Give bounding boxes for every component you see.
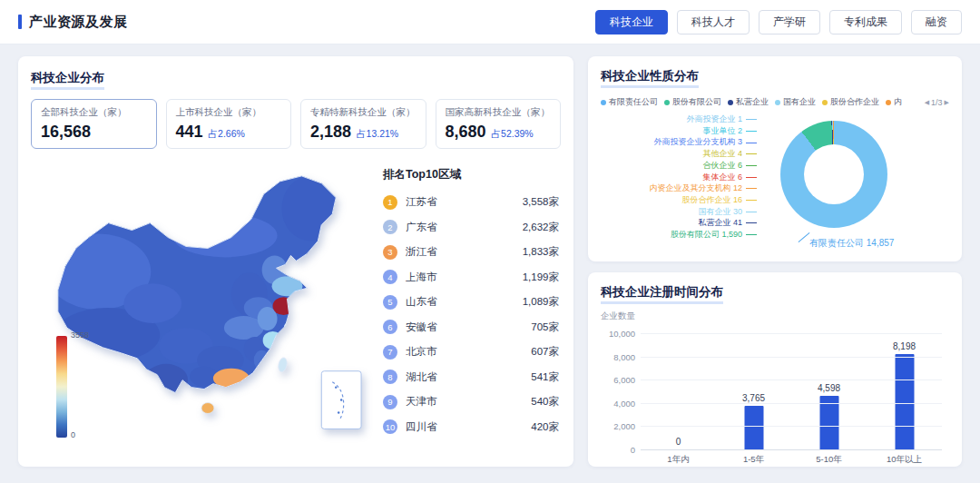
top10-row: 2广东省2,632家 <box>383 215 559 241</box>
region-count: 705家 <box>531 320 559 334</box>
region-name: 安徽省 <box>406 320 531 334</box>
legend-label: 私营企业 <box>736 96 769 108</box>
legend-next-icon[interactable]: ▶ <box>945 99 949 106</box>
callout-line <box>746 222 757 223</box>
legend-dot <box>728 100 733 105</box>
legend-item-2[interactable]: 股份有限公司 <box>664 96 721 108</box>
legend-item-1[interactable]: 有限责任公司 <box>601 96 658 108</box>
stat-card-4[interactable]: 国家高新科技企业（家）8,680占52.39% <box>436 99 562 149</box>
bar <box>819 396 838 449</box>
stat-value: 16,568 <box>41 123 91 142</box>
legend-item-5[interactable]: 股份合作企业 <box>822 96 879 108</box>
region-name: 广东省 <box>406 221 523 234</box>
gridline <box>641 426 942 427</box>
callout-line <box>746 131 757 132</box>
callout-line <box>746 119 757 120</box>
y-tick: 6,000 <box>601 375 635 385</box>
south-china-sea-inset <box>321 371 361 429</box>
legend-item-4[interactable]: 国有企业 <box>775 96 816 108</box>
rank-badge: 2 <box>383 220 397 234</box>
bar-value: 4,598 <box>818 383 840 393</box>
time-panel-title: 科技企业注册时间分布 <box>601 286 723 304</box>
region-name: 北京市 <box>406 345 531 359</box>
nature-chart: 外商投资企业 1事业单位 2外商投资企业分支机构 3其他企业 4合伙企业 6集体… <box>601 112 949 251</box>
callout-line <box>746 143 757 143</box>
rank-badge: 3 <box>383 245 397 260</box>
rank-badge: 9 <box>383 395 397 409</box>
stat-share: 占52.39% <box>492 128 534 141</box>
bar-bars: 03,7654,5988,198 <box>641 333 942 449</box>
distribution-panel-title: 科技企业分布 <box>31 72 104 90</box>
top10-row: 10四川省420家 <box>383 415 559 440</box>
callout-line <box>746 188 757 189</box>
top10-list: 1江苏省3,558家2广东省2,632家3浙江省1,833家4上海市1,199家… <box>383 190 559 439</box>
legend-dot <box>886 100 891 105</box>
pie-callout: 股份有限公司 1,590 <box>601 229 757 241</box>
hainan-island <box>201 403 214 414</box>
y-axis-title: 企业数量 <box>601 310 949 322</box>
stat-card-1[interactable]: 全部科技企业（家）16,568 <box>31 99 157 149</box>
tab-2[interactable]: 科技人才 <box>677 10 750 34</box>
pie-callout: 内资企业及其分支机构 12 <box>601 182 757 194</box>
pie-main-callout-label: 有限责任公司 <box>809 238 864 248</box>
region-name: 天津市 <box>406 395 531 409</box>
bar-value: 8,198 <box>893 341 916 351</box>
region-name: 上海市 <box>406 271 523 284</box>
stat-card-2[interactable]: 上市科技企业（家）441占2.66% <box>166 99 292 149</box>
pie-callout: 其他企业 4 <box>601 148 757 160</box>
pie-callout: 外商投资企业 1 <box>601 113 757 125</box>
legend-item-3[interactable]: 私营企业 <box>728 96 769 108</box>
stat-card-3[interactable]: 专精特新科技企业（家）2,188占13.21% <box>300 99 426 149</box>
gridline <box>641 357 942 358</box>
region-name: 四川省 <box>406 420 531 434</box>
pie-main-callout-value: 14,857 <box>867 238 895 248</box>
bar-column: 4,598 <box>791 333 867 449</box>
y-tick: 2,000 <box>601 421 635 431</box>
region-count: 607家 <box>531 345 559 359</box>
legend-prev-icon[interactable]: ◀ <box>925 99 929 106</box>
rank-badge: 10 <box>383 419 397 434</box>
rank-badge: 6 <box>383 320 397 334</box>
region-count: 2,632家 <box>523 221 559 234</box>
tab-4[interactable]: 专利成果 <box>829 10 902 34</box>
china-map-svg <box>31 154 374 452</box>
bar-plot: 03,7654,5988,198 <box>641 333 942 449</box>
page-title: 产业资源及发展 <box>29 14 128 31</box>
nature-panel: 科技企业性质分布 有限责任公司股份有限公司私营企业国有企业股份合作企业内◀1/3… <box>588 56 962 261</box>
stat-values: 8,680占52.39% <box>446 123 552 142</box>
china-map: 3558 0 <box>31 154 374 456</box>
bar-xlabels: 1年内1-5年5-10年10年以上 <box>641 454 942 466</box>
bar <box>895 354 914 449</box>
pie-callouts: 外商投资企业 1事业单位 2外商投资企业分支机构 3其他企业 4合伙企业 6集体… <box>601 113 757 241</box>
region-count: 541家 <box>531 370 559 384</box>
pie-main-callout: 有限责任公司 14,857 <box>809 237 894 250</box>
y-tick: 8,000 <box>601 351 635 361</box>
callout-line <box>746 153 757 154</box>
legend-label: 股份合作企业 <box>830 96 879 108</box>
region-count: 420家 <box>531 420 559 434</box>
bar-column: 8,198 <box>867 333 942 449</box>
stat-values: 2,188占13.21% <box>310 123 416 142</box>
top10-row: 8湖北省541家 <box>383 365 559 390</box>
rank-badge: 7 <box>383 345 397 360</box>
top10-row: 4上海市1,199家 <box>383 265 559 291</box>
rank-badge: 4 <box>383 270 397 284</box>
legend-label: 内 <box>894 96 902 108</box>
nature-panel-title: 科技企业性质分布 <box>601 70 699 88</box>
tab-3[interactable]: 产学研 <box>759 10 820 34</box>
stat-share: 占2.66% <box>209 128 245 141</box>
top10-row: 5山东省1,089家 <box>383 290 559 315</box>
gridline <box>641 380 942 380</box>
title-accent-bar <box>18 15 22 29</box>
legend-item-6[interactable]: 内 <box>886 96 902 108</box>
stat-value: 441 <box>176 123 203 142</box>
pie-callout: 私营企业 41 <box>601 217 757 229</box>
tab-1[interactable]: 科技企业 <box>595 10 668 34</box>
callout-line <box>746 200 757 201</box>
rank-badge: 1 <box>383 195 397 210</box>
tab-5[interactable]: 融资 <box>911 10 962 34</box>
callout-line <box>746 212 757 212</box>
y-tick: 10,000 <box>601 329 635 339</box>
taiwan-island <box>277 357 288 372</box>
bar-value: 3,765 <box>742 393 765 403</box>
